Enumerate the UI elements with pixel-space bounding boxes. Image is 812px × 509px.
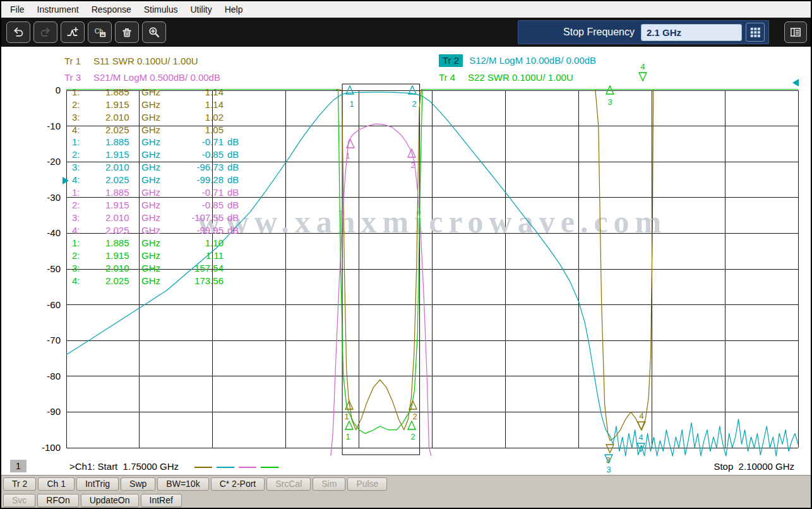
marker-readout: 3:2.010GHz-96.73dB — [71, 161, 245, 174]
softkey-c-2-port[interactable]: C* 2-Port — [211, 477, 265, 491]
y-axis-label: -30 — [20, 192, 61, 203]
svg-text:1: 1 — [344, 412, 349, 421]
menu-utility[interactable]: Utility — [184, 3, 218, 16]
menu-file[interactable]: File — [4, 3, 31, 16]
stop-frequency-panel: Stop Frequency 2.1 GHz — [518, 20, 769, 44]
trace-3-color-key — [239, 467, 256, 468]
add-marker-button[interactable] — [61, 21, 85, 43]
trace-1-format: S11 SWR 0.100U/ 1.00U — [93, 56, 198, 66]
zoom-button[interactable] — [142, 21, 166, 43]
trace-1-color-key — [194, 467, 212, 468]
y-axis-label: -50 — [20, 263, 61, 274]
trace-2-format: S12/M LogM 10.00dB/ 0.00dB — [469, 55, 596, 66]
trace-4-format: S22 SWR 0.100U/ 1.00U — [468, 72, 573, 83]
softkey-sim[interactable]: Sim — [313, 477, 345, 491]
marker-readout: 2:1.915GHz-0.85dB — [71, 199, 245, 212]
trace-2-color-key — [217, 467, 234, 468]
marker-readout: 1:1.885GHz-0.71dB — [71, 186, 245, 199]
svg-text:2: 2 — [412, 412, 417, 421]
layout-button[interactable] — [784, 21, 807, 43]
marker-readout: 3:2.010GHz-107.55dB — [71, 212, 245, 224]
undo-button[interactable] — [6, 21, 30, 43]
svg-text:2: 2 — [412, 99, 416, 109]
svg-text:1: 1 — [349, 99, 354, 109]
toolbar-left-group: Ch — [6, 21, 166, 43]
trace-3-label[interactable]: Tr 3 — [64, 72, 87, 83]
softkey-inttrig[interactable]: IntTrig — [76, 477, 119, 491]
softkey-srccal[interactable]: SrcCal — [266, 477, 311, 491]
marker-readout: 1:1.885GHz-0.71dB — [71, 136, 245, 148]
marker-readout: 3:2.010GHz1.02 — [71, 111, 245, 124]
channel-indicator[interactable]: 1 — [10, 460, 27, 472]
y-axis-label: -100 — [20, 442, 61, 453]
marker-readout: 3:2.010GHz157.54 — [71, 262, 245, 275]
start-frequency-readout: >Ch1: Start 1.75000 GHz — [69, 461, 179, 472]
marker-readout: 1:1.885GHz1.14 — [71, 86, 245, 99]
trace-3-format: S21/M LogM 0.500dB/ 0.00dB — [93, 72, 220, 83]
trace-4-label[interactable]: Tr 4 — [439, 72, 462, 83]
layout-icon — [789, 26, 802, 39]
softkey-updateon[interactable]: UpdateOn — [81, 494, 139, 507]
delete-icon — [121, 26, 133, 39]
toolbar: Ch Stop Frequency 2.1 GHz — [1, 18, 811, 47]
trace-1-label[interactable]: Tr 1 — [64, 56, 87, 66]
y-axis-label: 0 — [20, 85, 61, 95]
delete-button[interactable] — [115, 21, 139, 43]
menu-instrument[interactable]: Instrument — [31, 3, 85, 16]
softkey-pulse[interactable]: Pulse — [347, 477, 387, 491]
softkey-ch-1[interactable]: Ch 1 — [38, 477, 75, 491]
zoom-icon — [148, 26, 160, 39]
marker-readout: 4:2.025GHz1.05 — [71, 124, 245, 136]
marker-readout: 4:2.025GHz173.56 — [71, 275, 245, 287]
marker-readout: 2:1.915GHz1.14 — [71, 99, 245, 111]
trace-4-color-key — [261, 467, 278, 468]
y-axis-label: -40 — [20, 227, 61, 238]
add-marker-icon — [66, 26, 79, 39]
svg-text:4: 4 — [638, 433, 643, 442]
marker-readout: 2:1.915GHz-0.85dB — [71, 148, 245, 161]
svg-text:4: 4 — [640, 62, 645, 71]
softkey-tr-2[interactable]: Tr 2 — [3, 477, 36, 491]
svg-text:2: 2 — [410, 160, 415, 170]
softkey-swp[interactable]: Swp — [121, 477, 155, 491]
marker-readout: 2:1.915GHz1.11 — [71, 249, 245, 262]
redo-button[interactable] — [33, 21, 57, 43]
marker-readout: 1:1.885GHz1.10 — [71, 237, 245, 249]
marker-readout: 4:2.025GHz-99.95dB — [71, 224, 245, 237]
status-row-1: Tr 2Ch 1IntTrigSwpBW=10kC* 2-PortSrcCalS… — [1, 476, 811, 492]
menu-help[interactable]: Help — [218, 3, 249, 16]
stop-frequency-label: Stop Frequency — [518, 27, 641, 38]
channel-icon: Ch — [93, 26, 106, 39]
keypad-icon — [749, 26, 761, 39]
trace-2-legend: Tr 2S12/M LogM 10.00dB/ 0.00dB — [439, 54, 596, 67]
stop-frequency-readout: Stop 2.10000 GHz — [713, 461, 794, 472]
stop-frequency-input[interactable]: 2.1 GHz — [641, 24, 742, 41]
softkey-rfon[interactable]: RFOn — [37, 494, 78, 507]
trace-2-label[interactable]: Tr 2 — [439, 54, 463, 67]
y-axis-label: -20 — [20, 156, 61, 167]
y-axis-label: -60 — [20, 299, 61, 310]
svg-text:4: 4 — [639, 411, 643, 421]
y-axis-label: -90 — [20, 406, 61, 417]
softkey-bw-10k[interactable]: BW=10k — [157, 477, 208, 491]
menu-bar: FileInstrumentResponseStimulusUtilityHel… — [1, 1, 811, 18]
status-row-2: SvcRFOnUpdateOnIntRef — [1, 492, 811, 508]
menu-stimulus[interactable]: Stimulus — [138, 3, 184, 16]
undo-icon — [12, 26, 25, 39]
menu-response[interactable]: Response — [85, 3, 138, 16]
marker-readout: 4:2.025GHz-99.28dB — [71, 174, 245, 186]
y-axis-label: -80 — [20, 371, 61, 381]
svg-text:1: 1 — [345, 432, 350, 441]
trace-3-legend: Tr 3S21/M LogM 0.500dB/ 0.00dB — [64, 72, 220, 83]
add-channel-button[interactable]: Ch — [88, 21, 112, 43]
status-bar: Tr 2Ch 1IntTrigSwpBW=10kC* 2-PortSrcCalS… — [1, 475, 811, 508]
stop-frequency-value: 2.1 GHz — [647, 27, 681, 38]
svg-text:3: 3 — [606, 465, 611, 474]
redo-icon — [39, 26, 52, 39]
svg-text:2: 2 — [410, 432, 415, 441]
softkey-svc[interactable]: Svc — [3, 494, 35, 507]
keypad-button[interactable] — [746, 23, 765, 42]
softkey-intref[interactable]: IntRef — [141, 494, 182, 507]
vna-application-window: FileInstrumentResponseStimulusUtilityHel… — [0, 0, 812, 509]
trace-1-legend: Tr 1S11 SWR 0.100U/ 1.00U — [64, 56, 198, 66]
